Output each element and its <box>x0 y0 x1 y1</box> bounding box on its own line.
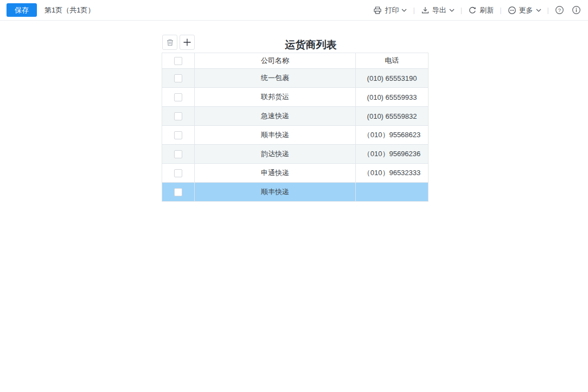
info-circle-icon <box>572 5 581 15</box>
phone-column-header: 电话 <box>356 53 429 69</box>
print-label: 打印 <box>385 5 399 15</box>
table-row[interactable]: 统一包裹 (010) 65553190 <box>162 69 429 88</box>
more-button[interactable]: 更多 <box>508 5 541 15</box>
chevron-down-icon <box>401 9 407 12</box>
phone-cell[interactable]: （010）96532333 <box>356 164 429 183</box>
company-cell[interactable]: 急速快递 <box>195 107 356 126</box>
row-checkbox[interactable] <box>174 150 182 158</box>
checkbox-cell <box>162 164 195 183</box>
more-label: 更多 <box>519 5 533 15</box>
toolbar-separator: | <box>547 6 549 14</box>
refresh-icon <box>468 6 477 15</box>
help-button[interactable]: ? <box>555 5 564 15</box>
toolbar-separator: | <box>413 6 414 14</box>
phone-cell[interactable]: （010）95696236 <box>356 145 429 164</box>
svg-text:?: ? <box>558 7 561 13</box>
table-body: 统一包裹 (010) 65553190 联邦货运 (010) 65559933 … <box>162 69 429 202</box>
refresh-button[interactable]: 刷新 <box>468 5 494 15</box>
company-cell[interactable]: 顺丰快递 <box>195 183 356 202</box>
toolbar-separator: | <box>500 6 501 14</box>
add-row-button[interactable] <box>180 35 195 50</box>
table-actions <box>162 35 195 50</box>
refresh-label: 刷新 <box>480 5 494 15</box>
company-cell[interactable]: 统一包裹 <box>195 69 356 88</box>
export-button[interactable]: 导出 <box>421 5 455 15</box>
carrier-table: 公司名称 电话 统一包裹 (010) 65553190 联邦货运 (010) 6… <box>162 53 429 202</box>
checkbox-cell <box>162 107 195 126</box>
printer-icon <box>373 6 382 15</box>
page-title: 运货商列表 <box>285 38 337 52</box>
row-checkbox[interactable] <box>174 188 182 196</box>
download-icon <box>421 6 430 15</box>
print-button[interactable]: 打印 <box>373 5 407 15</box>
checkbox-cell <box>162 88 195 107</box>
row-checkbox[interactable] <box>174 93 182 101</box>
info-button[interactable] <box>572 5 581 15</box>
trash-icon <box>166 38 174 47</box>
toolbar-actions: 打印 | 导出 | <box>373 5 588 15</box>
export-label: 导出 <box>432 5 446 15</box>
table-row[interactable]: 顺丰快递 <box>162 183 429 202</box>
table-header-row: 公司名称 电话 <box>162 53 429 69</box>
row-checkbox[interactable] <box>174 74 182 82</box>
row-checkbox[interactable] <box>174 169 182 177</box>
checkbox-cell <box>162 183 195 202</box>
phone-cell[interactable] <box>356 183 429 202</box>
company-cell[interactable]: 韵达快递 <box>195 145 356 164</box>
save-button[interactable]: 保存 <box>7 3 37 17</box>
row-checkbox[interactable] <box>174 131 182 139</box>
toolbar: 保存 第1页（共1页） 打印 | 导 <box>0 0 588 21</box>
company-cell[interactable]: 顺丰快递 <box>195 126 356 145</box>
ellipsis-circle-icon <box>508 6 516 15</box>
select-all-checkbox[interactable] <box>174 57 182 65</box>
row-checkbox[interactable] <box>174 112 182 120</box>
checkbox-cell <box>162 126 195 145</box>
page-indicator: 第1页（共1页） <box>44 5 94 15</box>
checkbox-cell <box>162 145 195 164</box>
plus-icon <box>183 38 191 47</box>
phone-cell[interactable]: （010）95568623 <box>356 126 429 145</box>
phone-cell[interactable]: (010) 65553190 <box>356 69 429 88</box>
question-circle-icon: ? <box>555 5 564 15</box>
chevron-down-icon <box>449 9 455 12</box>
table-row[interactable]: 急速快递 (010) 65559832 <box>162 107 429 126</box>
company-column-header: 公司名称 <box>195 53 356 69</box>
company-cell[interactable]: 联邦货运 <box>195 88 356 107</box>
chevron-down-icon <box>536 9 541 12</box>
select-all-header-cell <box>162 53 195 69</box>
table-row[interactable]: 顺丰快递 （010）95568623 <box>162 126 429 145</box>
toolbar-separator: | <box>461 6 462 14</box>
phone-cell[interactable]: (010) 65559933 <box>356 88 429 107</box>
table-row[interactable]: 联邦货运 (010) 65559933 <box>162 88 429 107</box>
company-cell[interactable]: 申通快递 <box>195 164 356 183</box>
delete-row-button[interactable] <box>162 35 177 50</box>
checkbox-cell <box>162 69 195 88</box>
table-row[interactable]: 申通快递 （010）96532333 <box>162 164 429 183</box>
table-row[interactable]: 韵达快递 （010）95696236 <box>162 145 429 164</box>
phone-cell[interactable]: (010) 65559832 <box>356 107 429 126</box>
